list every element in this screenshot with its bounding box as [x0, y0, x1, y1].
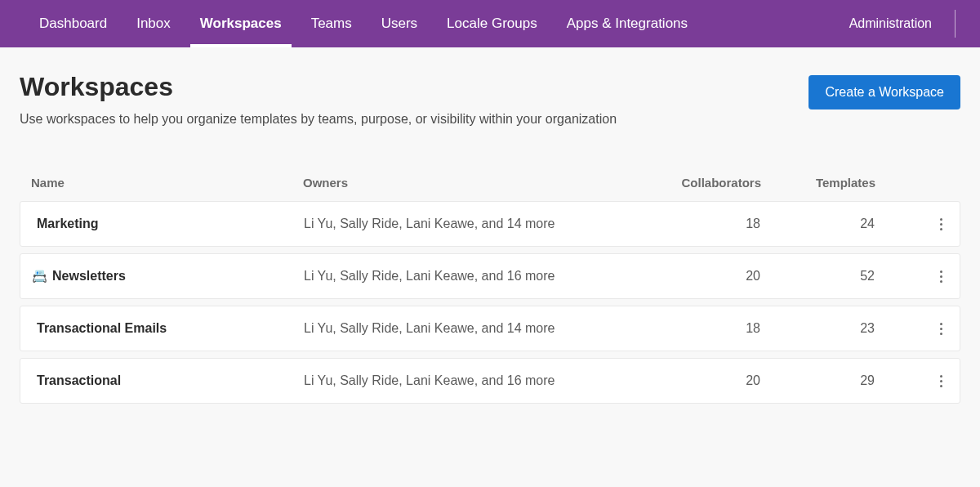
create-workspace-button[interactable]: Create a Workspace [808, 75, 960, 109]
page-header-text: Workspaces Use workspaces to help you or… [20, 72, 617, 127]
row-actions [875, 321, 948, 336]
workspace-name: Transactional [32, 373, 304, 388]
row-actions [875, 373, 948, 388]
nav-locale-groups[interactable]: Locale Groups [432, 0, 552, 47]
more-vertical-icon[interactable] [933, 321, 948, 336]
more-vertical-icon[interactable] [933, 217, 948, 231]
workspace-name: Marketing [32, 217, 304, 231]
col-header-name: Name [31, 176, 303, 190]
workspace-owners: Li Yu, Sally Ride, Lani Keawe, and 14 mo… [304, 321, 654, 336]
table-row[interactable]: Transactional Emails Li Yu, Sally Ride, … [20, 306, 960, 351]
row-actions [875, 217, 948, 231]
workspace-collaborators: 18 [654, 321, 760, 336]
workspace-name-text: Newsletters [52, 269, 126, 284]
table-row[interactable]: Marketing Li Yu, Sally Ride, Lani Keawe,… [20, 201, 960, 247]
col-header-actions [875, 176, 949, 190]
more-vertical-icon[interactable] [933, 373, 948, 388]
page-header: Workspaces Use workspaces to help you or… [20, 72, 960, 127]
nav-apps-integrations[interactable]: Apps & Integrations [552, 0, 702, 47]
nav-right: Administration [835, 0, 956, 47]
workspace-collaborators: 20 [654, 269, 760, 284]
workspace-templates: 52 [760, 269, 875, 284]
nav-dashboard[interactable]: Dashboard [24, 0, 122, 47]
row-actions [875, 269, 948, 284]
workspace-name-text: Transactional [37, 373, 121, 388]
workspace-owners: Li Yu, Sally Ride, Lani Keawe, and 14 mo… [304, 217, 654, 231]
workspace-templates: 23 [760, 321, 875, 336]
workspaces-table: Name Owners Collaborators Templates Mark… [20, 176, 960, 404]
page-title: Workspaces [20, 72, 617, 102]
workspace-name: Transactional Emails [32, 321, 304, 336]
col-header-owners: Owners [303, 176, 655, 190]
col-header-templates: Templates [761, 176, 875, 190]
nav-inbox[interactable]: Inbox [122, 0, 185, 47]
col-header-collaborators: Collaborators [655, 176, 761, 190]
more-vertical-icon[interactable] [933, 269, 948, 284]
page-subtitle: Use workspaces to help you organize temp… [20, 112, 617, 127]
table-row[interactable]: 📇 Newsletters Li Yu, Sally Ride, Lani Ke… [20, 253, 960, 299]
page-content: Workspaces Use workspaces to help you or… [0, 47, 980, 404]
nav-teams[interactable]: Teams [296, 0, 367, 47]
nav-administration[interactable]: Administration [835, 16, 947, 31]
workspace-name-text: Marketing [37, 217, 99, 231]
workspace-templates: 24 [760, 217, 875, 231]
workspace-icon: 📇 [32, 269, 47, 284]
nav-workspaces[interactable]: Workspaces [185, 0, 296, 47]
workspace-owners: Li Yu, Sally Ride, Lani Keawe, and 16 mo… [304, 269, 654, 284]
workspace-name-text: Transactional Emails [37, 321, 167, 336]
top-navbar: Dashboard Inbox Workspaces Teams Users L… [0, 0, 980, 47]
workspace-collaborators: 18 [654, 217, 760, 231]
nav-left: Dashboard Inbox Workspaces Teams Users L… [24, 0, 702, 47]
nav-users[interactable]: Users [367, 0, 432, 47]
workspace-name: 📇 Newsletters [32, 269, 304, 284]
table-row[interactable]: Transactional Li Yu, Sally Ride, Lani Ke… [20, 358, 960, 404]
workspace-templates: 29 [760, 373, 875, 388]
nav-divider [955, 10, 956, 38]
workspace-owners: Li Yu, Sally Ride, Lani Keawe, and 16 mo… [304, 373, 654, 388]
workspace-collaborators: 20 [654, 373, 760, 388]
table-header: Name Owners Collaborators Templates [20, 176, 960, 201]
